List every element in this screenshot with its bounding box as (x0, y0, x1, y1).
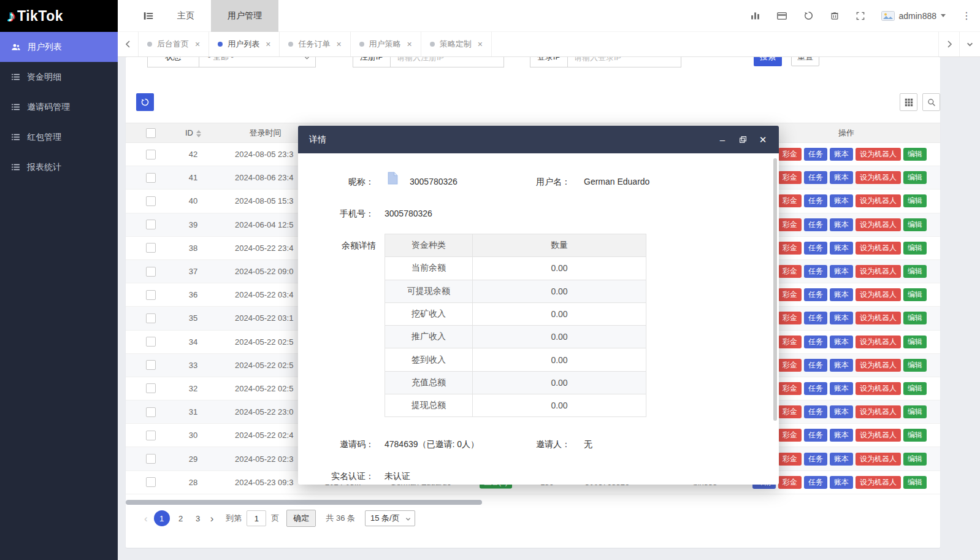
set-robot-button[interactable]: 设为机器人 (856, 148, 901, 161)
modal-titlebar[interactable]: 详情 – ✕ (298, 126, 779, 153)
register-ip-input[interactable] (391, 57, 504, 67)
topnav-home[interactable]: 主页 (161, 0, 211, 32)
set-robot-button[interactable]: 设为机器人 (856, 382, 901, 395)
reset-button[interactable]: 重置 (791, 57, 819, 66)
row-checkbox[interactable] (146, 431, 156, 440)
sidebar-item-funds-detail[interactable]: 资金明细 (0, 62, 118, 92)
topnav-user-management[interactable]: 用户管理 (211, 0, 278, 32)
page-number-1[interactable]: 1 (154, 510, 170, 526)
row-checkbox[interactable] (146, 243, 156, 253)
restore-icon[interactable] (738, 135, 748, 145)
ledger-button[interactable]: 账本 (830, 453, 853, 466)
set-robot-button[interactable]: 设为机器人 (856, 312, 901, 324)
search-button[interactable]: 搜索 (754, 57, 782, 66)
tab-strategy-custom[interactable]: 策略定制× (421, 32, 492, 56)
tabs-scroll-left-icon[interactable] (118, 32, 139, 56)
ledger-button[interactable]: 账本 (830, 405, 853, 418)
set-robot-button[interactable]: 设为机器人 (856, 405, 901, 418)
close-tab-icon[interactable]: × (336, 39, 341, 49)
row-checkbox[interactable] (146, 383, 156, 393)
close-tab-icon[interactable]: × (266, 39, 270, 49)
login-ip-input[interactable] (568, 57, 681, 67)
set-robot-button[interactable]: 设为机器人 (856, 429, 901, 442)
bonus-button[interactable]: 彩金 (778, 148, 802, 161)
tab-task-orders[interactable]: 任务订单× (280, 32, 350, 56)
ledger-button[interactable]: 账本 (830, 336, 853, 348)
sidebar-item-red-packet-manage[interactable]: 红包管理 (0, 122, 118, 152)
column-settings-icon[interactable] (900, 93, 917, 111)
edit-button[interactable]: 编辑 (903, 405, 927, 418)
ledger-button[interactable]: 账本 (830, 288, 853, 301)
bonus-button[interactable]: 彩金 (778, 265, 802, 278)
row-checkbox[interactable] (146, 196, 156, 206)
task-button[interactable]: 任务 (804, 148, 827, 161)
refresh-icon[interactable] (803, 10, 814, 21)
bonus-button[interactable]: 彩金 (778, 429, 802, 442)
tab-user-strategy[interactable]: 用户策略× (351, 32, 421, 56)
row-checkbox[interactable] (146, 337, 156, 347)
set-robot-button[interactable]: 设为机器人 (856, 336, 901, 348)
task-button[interactable]: 任务 (804, 336, 827, 348)
ledger-button[interactable]: 账本 (830, 171, 853, 184)
edit-button[interactable]: 编辑 (903, 336, 927, 348)
task-button[interactable]: 任务 (804, 453, 827, 466)
edit-button[interactable]: 编辑 (903, 288, 927, 301)
set-robot-button[interactable]: 设为机器人 (856, 288, 901, 301)
set-robot-button[interactable]: 设为机器人 (856, 194, 901, 207)
set-robot-button[interactable]: 设为机器人 (856, 359, 901, 372)
task-button[interactable]: 任务 (804, 242, 827, 255)
sidebar-item-report-stats[interactable]: 报表统计 (0, 152, 118, 182)
close-icon[interactable]: ✕ (758, 135, 768, 145)
set-robot-button[interactable]: 设为机器人 (856, 476, 901, 489)
close-tab-icon[interactable]: × (407, 39, 412, 49)
edit-button[interactable]: 编辑 (903, 382, 927, 395)
edit-button[interactable]: 编辑 (903, 429, 927, 442)
ledger-button[interactable]: 账本 (830, 242, 853, 255)
set-robot-button[interactable]: 设为机器人 (856, 242, 901, 255)
ledger-button[interactable]: 账本 (830, 429, 853, 442)
tabs-scroll-right-icon[interactable] (938, 32, 959, 56)
row-checkbox[interactable] (146, 173, 156, 183)
ledger-button[interactable]: 账本 (830, 148, 853, 161)
bonus-button[interactable]: 彩金 (778, 312, 802, 324)
goto-confirm-button[interactable]: 确定 (286, 510, 316, 527)
select-all-checkbox[interactable] (146, 128, 156, 138)
bonus-button[interactable]: 彩金 (778, 476, 802, 489)
trash-icon[interactable] (830, 10, 840, 21)
task-button[interactable]: 任务 (804, 429, 827, 442)
page-number-3[interactable]: 3 (192, 514, 204, 523)
edit-button[interactable]: 编辑 (903, 265, 927, 278)
goto-page-input[interactable] (247, 510, 266, 526)
task-button[interactable]: 任务 (804, 359, 827, 372)
status-select[interactable]: - 全部 - (199, 57, 316, 67)
bonus-button[interactable]: 彩金 (778, 453, 802, 466)
bonus-button[interactable]: 彩金 (778, 194, 802, 207)
sort-icons[interactable] (196, 130, 201, 137)
row-checkbox[interactable] (146, 220, 156, 229)
task-button[interactable]: 任务 (804, 265, 827, 278)
ledger-button[interactable]: 账本 (830, 382, 853, 395)
bar-chart-icon[interactable] (750, 10, 760, 21)
bonus-button[interactable]: 彩金 (778, 382, 802, 395)
bonus-button[interactable]: 彩金 (778, 336, 802, 348)
edit-button[interactable]: 编辑 (903, 242, 927, 255)
task-button[interactable]: 任务 (804, 194, 827, 207)
task-button[interactable]: 任务 (804, 312, 827, 324)
ledger-button[interactable]: 账本 (830, 218, 853, 231)
row-checkbox[interactable] (146, 407, 156, 417)
sidebar-item-user-list[interactable]: 用户列表 (0, 32, 118, 62)
ledger-button[interactable]: 账本 (830, 476, 853, 489)
ledger-button[interactable]: 账本 (830, 312, 853, 324)
row-checkbox[interactable] (146, 454, 156, 464)
row-checkbox[interactable] (146, 313, 156, 323)
edit-button[interactable]: 编辑 (903, 148, 927, 161)
set-robot-button[interactable]: 设为机器人 (856, 453, 901, 466)
bonus-button[interactable]: 彩金 (778, 359, 802, 372)
per-page-select[interactable]: 15 条/页 (365, 510, 415, 526)
table-refresh-button[interactable] (136, 93, 154, 111)
set-robot-button[interactable]: 设为机器人 (856, 265, 901, 278)
task-button[interactable]: 任务 (804, 218, 827, 231)
edit-button[interactable]: 编辑 (903, 476, 927, 489)
more-options-icon[interactable]: ⋮ (962, 11, 971, 21)
row-checkbox[interactable] (146, 477, 156, 487)
